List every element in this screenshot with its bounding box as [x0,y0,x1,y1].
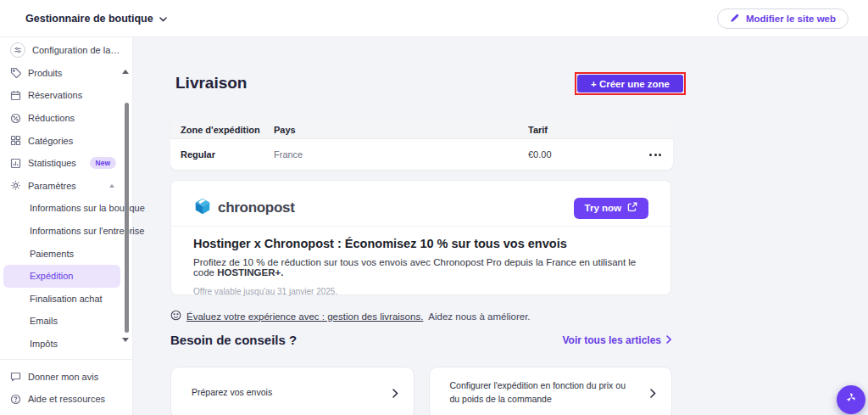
sidebar-item-label: Paramètres [28,181,76,191]
scrollbar-down-arrow[interactable] [122,338,129,342]
sidebar-item-label: Produits [28,68,62,78]
sidebar-subitem-shipping-active[interactable]: Expédition [3,265,120,288]
percent-circle-icon [10,113,21,124]
advice-card-configure-shipping[interactable]: Configurer l'expédition en fonction du p… [429,367,673,415]
gear-icon [10,180,21,191]
try-now-button[interactable]: Try now [574,198,648,219]
chronopost-promo-card: chronopost Try now Hostinger x Chronopos… [170,180,671,295]
see-all-articles-label: Voir tous les articles [563,334,662,346]
sidebar-item-label: Impôts [30,339,58,349]
advice-card-label: Préparez vos envois [192,386,286,400]
smiley-icon [170,310,181,322]
table-row[interactable]: Regular France €0.00 [170,139,673,170]
collapse-up-icon[interactable] [109,184,114,188]
sidebar-divider [0,359,132,360]
sidebar-item-label: Statistiques [28,158,76,168]
advice-cards: Préparez vos envois Configurer l'expédit… [170,367,672,415]
edit-website-label: Modifier le site web [746,14,836,24]
external-link-icon [627,202,637,214]
kodee-icon [843,390,859,409]
new-badge: New [90,157,116,169]
column-header-country: Pays [264,125,518,135]
table-header-row: Zone d'expédition Pays Tarif [170,121,673,139]
feedback-row: Évaluez votre expérience avec : gestion … [170,310,531,322]
calendar-icon [10,90,21,101]
sidebar-subitem-payments[interactable]: Paiements [0,242,132,265]
sidebar-item-label: Finalisation achat [30,294,103,304]
promo-divider [171,226,670,227]
sidebar-subitem-store-information[interactable]: Informations sur la boutique [0,197,132,220]
zone-country: France [264,149,518,160]
feedback-link[interactable]: Évaluez votre expérience avec : gestion … [186,311,423,322]
sliders-icon [10,42,25,58]
sidebar-item-label: Réservations [28,90,82,100]
advice-section-header: Besoin de conseils ? Voir tous les artic… [170,333,671,347]
scrollbar-up-arrow[interactable] [122,70,129,74]
chronopost-wordmark: chronopost [218,199,295,216]
chevron-right-icon [650,389,656,398]
sidebar-subitem-taxes[interactable]: Impôts [0,333,132,356]
page-title: Livraison [175,74,247,93]
sidebar-item-label: Expédition [30,271,73,281]
see-all-articles-link[interactable]: Voir tous les articles [563,334,672,346]
sidebar-item-store-configuration[interactable]: Configuration de la boutique... [0,39,132,62]
tag-icon [10,67,21,78]
scrollbar-thumb[interactable] [125,103,129,333]
sidebar-item-give-feedback[interactable]: Donner mon avis [0,365,132,388]
zone-name: Regular [170,149,264,160]
topbar: Gestionnaire de boutique Modifier le sit… [0,0,868,37]
sidebar-item-products[interactable]: Produits [0,62,132,85]
sidebar: Configuration de la boutique... Produits… [0,37,133,415]
assistant-chat-button[interactable] [837,385,865,414]
chevron-down-icon [159,13,167,25]
promo-expiry-note: Offre valable jusqu'au 31 janvier 2025. [193,287,648,296]
sidebar-item-label: Aide et ressources [28,394,105,404]
speech-bubble-icon [10,371,21,382]
column-header-rate: Tarif [518,125,641,135]
sidebar-item-settings[interactable]: Paramètres [0,175,132,198]
sidebar-item-label: Emails [30,316,58,326]
sidebar-item-statistics[interactable]: Statistiques New [0,152,132,175]
promo-heading: Hostinger x Chronopost : Économisez 10 %… [193,237,648,250]
store-selector-label: Gestionnaire de boutique [25,13,153,25]
sidebar-item-reservations[interactable]: Réservations [0,84,132,107]
sidebar-item-categories[interactable]: Catégories [0,129,132,152]
sidebar-item-label: Configuration de la boutique... [32,45,122,55]
advice-title: Besoin de conseils ? [170,333,297,347]
chevron-right-icon [666,334,671,346]
advice-card-prepare-shipments[interactable]: Préparez vos envois [170,367,415,415]
sidebar-item-discounts[interactable]: Réductions [0,107,132,130]
sidebar-item-help-resources[interactable]: Aide et ressources [0,388,132,411]
zone-rate: €0.00 [518,149,641,160]
sidebar-subitem-emails[interactable]: Emails [0,310,132,333]
advice-card-label: Configurer l'expédition en fonction du p… [450,379,651,407]
sidebar-item-label: Paiements [30,249,74,259]
sidebar-subitem-company-information[interactable]: Informations sur l'entreprise [0,220,132,243]
edit-website-button[interactable]: Modifier le site web [717,8,849,29]
sidebar-subitem-checkout[interactable]: Finalisation achat [0,288,132,311]
annotation-highlight: + Créer une zone [575,72,686,95]
promo-body: Profitez de 10 % de réduction sur tous v… [193,257,648,278]
bar-chart-icon [10,158,21,169]
help-circle-icon [10,394,21,405]
column-header-zone: Zone d'expédition [170,125,264,135]
sidebar-item-label: Réductions [28,113,75,123]
chronopost-logo-icon [193,197,212,219]
store-manager-page: Gestionnaire de boutique Modifier le sit… [0,0,868,415]
sidebar-item-label: Catégories [28,136,73,146]
feedback-text: Aidez nous à améliorer. [428,311,530,322]
grid-icon [10,135,21,146]
sidebar-item-label: Donner mon avis [28,372,98,382]
chevron-right-icon [392,389,398,398]
try-now-label: Try now [585,203,621,213]
promo-code: HOSTINGER+. [217,267,283,278]
pencil-icon [730,13,740,25]
store-selector-dropdown[interactable]: Gestionnaire de boutique [25,0,167,37]
row-menu-icon[interactable] [641,154,673,156]
shipping-zones-table: Zone d'expédition Pays Tarif Regular Fra… [170,121,673,170]
create-zone-button[interactable]: + Créer une zone [577,75,683,93]
